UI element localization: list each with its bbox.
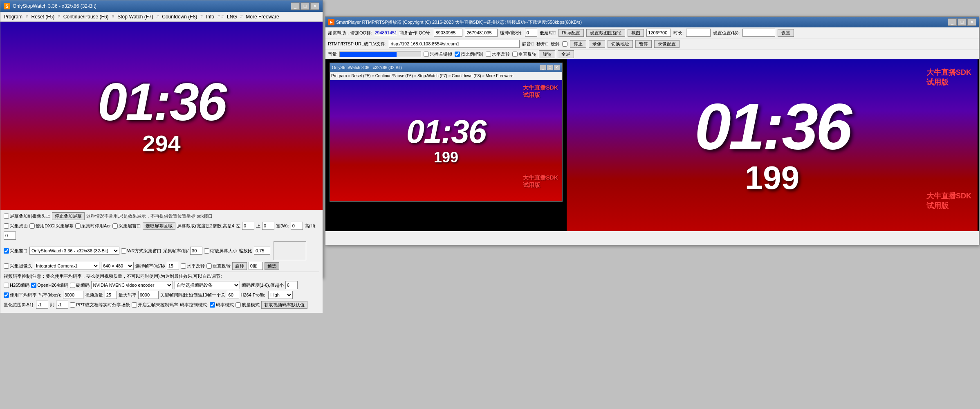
height-input[interactable] bbox=[4, 231, 16, 240]
rotate-button[interactable]: 旋转 bbox=[232, 262, 247, 270]
sp-stop-btn[interactable]: 停止 bbox=[570, 40, 586, 48]
minimize-button[interactable]: _ bbox=[291, 2, 300, 10]
cb-wr[interactable] bbox=[121, 248, 126, 254]
cb-distort[interactable] bbox=[132, 302, 137, 308]
cb-qualitymode-label[interactable]: 质量模式 bbox=[235, 302, 260, 308]
cb-key[interactable] bbox=[424, 52, 429, 57]
sp-duration-input[interactable] bbox=[686, 29, 711, 37]
cb-camera[interactable] bbox=[4, 263, 9, 269]
cb-hw[interactable] bbox=[70, 283, 75, 288]
cb-ratio-label[interactable]: 按比例缩制 bbox=[455, 51, 483, 57]
profile-select[interactable]: High Main Baseline bbox=[268, 291, 293, 299]
cb-avgbitrate-label[interactable]: 使用平均码率 bbox=[4, 292, 37, 298]
camera-select[interactable]: Integrated Camera-1 bbox=[34, 262, 99, 270]
cb-fliph[interactable] bbox=[181, 263, 186, 269]
cb-desktop[interactable] bbox=[4, 223, 9, 229]
cb-pause-label[interactable]: 采集时停用Aer bbox=[75, 223, 111, 229]
encoder-select[interactable]: NVIDIA NVENC video encoder bbox=[91, 281, 173, 289]
cb-flipv[interactable] bbox=[206, 263, 212, 269]
inner-menu-program[interactable]: Program bbox=[331, 74, 347, 78]
cb-layer[interactable] bbox=[112, 223, 118, 229]
cb-flipv-label[interactable]: 垂直反转 bbox=[206, 263, 231, 269]
cb-ppt[interactable] bbox=[70, 302, 75, 308]
cb-shrink-label[interactable]: 缩放屏幕大小 bbox=[204, 248, 237, 254]
speed-input[interactable] bbox=[285, 281, 298, 289]
fps2-input[interactable] bbox=[167, 262, 179, 270]
cb-ratio[interactable] bbox=[455, 52, 460, 57]
top-input[interactable] bbox=[262, 222, 274, 230]
cb-openh264[interactable] bbox=[31, 283, 36, 288]
cb-ppt-label[interactable]: PPT或文档等实时分享场景 bbox=[70, 302, 130, 308]
sp-maximize-btn[interactable]: □ bbox=[958, 18, 967, 26]
sp-screenshot-btn[interactable]: 截图 bbox=[628, 29, 644, 37]
sp-buffer-input[interactable] bbox=[525, 29, 537, 37]
inner-menu-more[interactable]: More Freeware bbox=[486, 74, 514, 78]
quant-to-input[interactable] bbox=[56, 301, 68, 309]
encoder-auto-select[interactable]: 自动选择编码设备 bbox=[175, 281, 240, 289]
get-bitrate-button[interactable]: 获取视频码率默认值 bbox=[261, 301, 307, 309]
quant-from-input[interactable] bbox=[36, 301, 48, 309]
cb-desktop-label[interactable]: 采集桌面 bbox=[4, 223, 28, 229]
volume-slider[interactable] bbox=[339, 52, 421, 57]
maximize-button[interactable]: □ bbox=[301, 2, 309, 10]
sp-url-input[interactable] bbox=[389, 40, 520, 48]
sp-resolution-input[interactable] bbox=[646, 29, 671, 37]
cb-overlay-label[interactable]: 屏幕叠加到摄像头上 bbox=[4, 213, 50, 219]
cb-shrink[interactable] bbox=[204, 248, 209, 254]
width-input[interactable] bbox=[291, 222, 303, 230]
cb-camera-label[interactable]: 采集摄像头 bbox=[4, 263, 32, 269]
cb-h265-label[interactable]: H265编码 bbox=[4, 282, 29, 288]
sp-snapshot-btn[interactable]: 录像 bbox=[589, 40, 605, 48]
cb-wr-label[interactable]: WR方式采集窗口 bbox=[121, 248, 161, 254]
inner-menu-continue[interactable]: Continue/Pause (F6) bbox=[375, 74, 413, 78]
close-button[interactable]: ✕ bbox=[310, 2, 319, 10]
sp-pause-btn[interactable]: 暂停 bbox=[635, 40, 652, 48]
cb-window[interactable] bbox=[4, 248, 9, 254]
maxbitrate-input[interactable] bbox=[138, 291, 159, 299]
menu-continue-pause[interactable]: Continue/Pause (F6) bbox=[62, 13, 110, 20]
menu-countdown[interactable]: Countdown (F8) bbox=[160, 13, 199, 20]
cb-dxgi-label[interactable]: 使用DXGI采集屏幕 bbox=[29, 223, 74, 229]
sp-rtsp-btn[interactable]: Rtsp配置 bbox=[558, 29, 584, 37]
cb-key-label[interactable]: 只播关键帧 bbox=[424, 51, 452, 57]
cb-flipv2-label[interactable]: 垂直反转 bbox=[512, 51, 536, 57]
cb-pause[interactable] bbox=[75, 223, 81, 229]
inner-close-btn[interactable]: ✕ bbox=[554, 65, 560, 70]
inner-max-btn[interactable]: □ bbox=[547, 65, 553, 70]
menu-info[interactable]: Info bbox=[204, 13, 216, 20]
sp-close-btn[interactable]: ✕ bbox=[967, 18, 976, 26]
keyframe-input[interactable] bbox=[227, 291, 239, 299]
sp-qq-group[interactable]: 294891451 bbox=[375, 30, 397, 35]
sp-fullscreen-btn[interactable]: 全屏 bbox=[558, 50, 574, 58]
cb-fliph-label[interactable]: 水平反转 bbox=[181, 263, 205, 269]
sp-rotate-btn[interactable]: 旋转 bbox=[539, 50, 555, 58]
cb-dxgi[interactable] bbox=[29, 223, 35, 229]
cb-distort-label[interactable]: 开启丢帧未控制码率 bbox=[132, 302, 178, 308]
sp-qq2-input[interactable] bbox=[465, 29, 498, 37]
resolution-select[interactable]: 640 × 480 bbox=[101, 262, 134, 270]
inner-menu-reset[interactable]: Reset (F5) bbox=[351, 74, 370, 78]
left-input[interactable] bbox=[242, 222, 254, 230]
cb-avgbitrate[interactable] bbox=[4, 292, 9, 298]
cb-bitratemode[interactable] bbox=[210, 302, 215, 308]
sp-qq1-input[interactable] bbox=[434, 29, 462, 37]
cb-fliph2[interactable] bbox=[486, 52, 491, 57]
menu-stopwatch[interactable]: Stop-Watch (F7) bbox=[116, 13, 155, 20]
menu-more-freeware[interactable]: More Freeware bbox=[244, 13, 280, 20]
sp-set-crop-btn[interactable]: 设置截图围旋径 bbox=[586, 29, 625, 37]
cb-overlay[interactable] bbox=[4, 213, 9, 219]
cb-hw-label[interactable]: 硬编码 bbox=[70, 282, 90, 288]
menu-lng[interactable]: LNG bbox=[225, 13, 239, 20]
cb-fliph2-label[interactable]: 水平反转 bbox=[486, 51, 510, 57]
cb-flipv2[interactable] bbox=[512, 52, 518, 57]
cb-layer-label[interactable]: 采集层窗口 bbox=[112, 223, 141, 229]
inner-min-btn[interactable]: _ bbox=[540, 65, 546, 70]
sp-snapshot2-btn[interactable]: 录像配置 bbox=[654, 40, 679, 48]
window-select[interactable]: OnlyStopWatch 3.36 - x32/x86 (32-Bit) bbox=[29, 247, 119, 255]
cb-qualitymode[interactable] bbox=[235, 302, 241, 308]
stop-overlay-button[interactable]: 停止叠加屏幕 bbox=[52, 212, 85, 220]
sp-hard-cb[interactable] bbox=[562, 41, 567, 47]
cb-h265[interactable] bbox=[4, 283, 9, 288]
sp-position-input[interactable] bbox=[742, 29, 775, 37]
apply-button[interactable]: 预选 bbox=[265, 262, 279, 270]
